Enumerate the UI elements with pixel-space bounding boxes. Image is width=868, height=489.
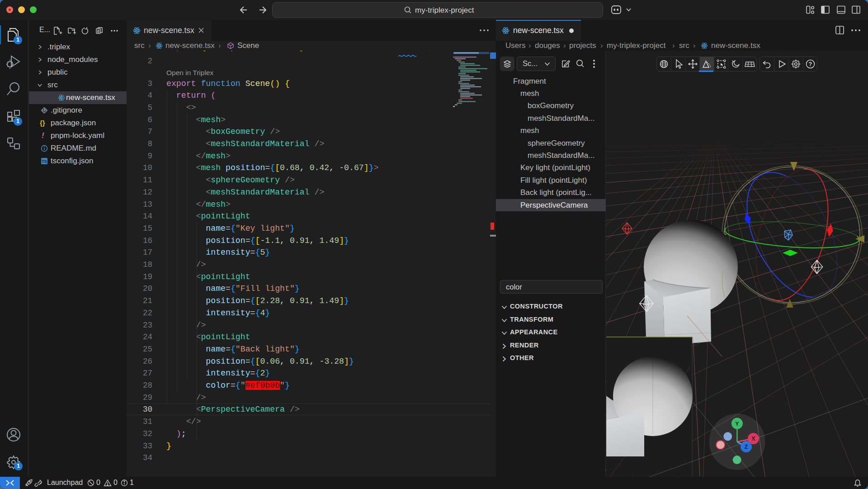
svg-text:?: ? — [809, 61, 812, 67]
svg-text:Y: Y — [735, 421, 739, 427]
svg-text:TS: TS — [42, 159, 47, 164]
svg-text:Z: Z — [745, 444, 748, 450]
